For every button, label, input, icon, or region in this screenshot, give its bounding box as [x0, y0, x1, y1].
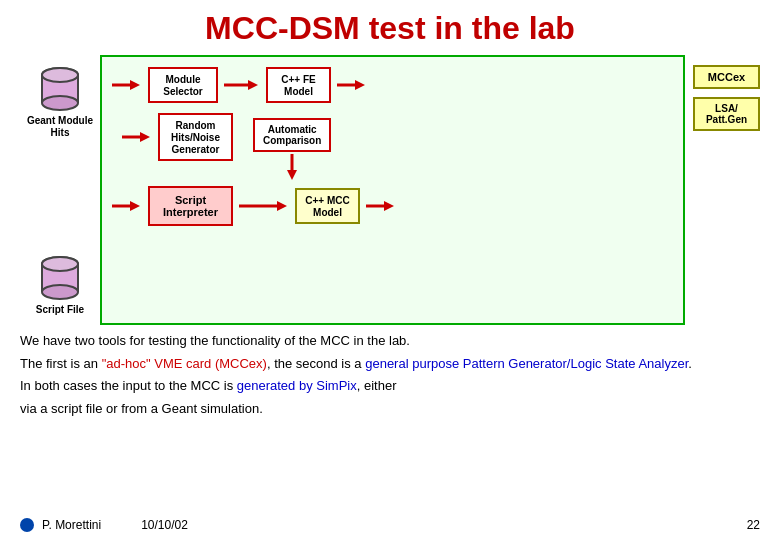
diag-top-row: Module Selector C++ FE Model — [112, 67, 673, 103]
arrow-top-right — [224, 75, 260, 95]
body-line2-mid: , the second is a — [267, 356, 365, 371]
database-icon-top — [38, 65, 82, 113]
svg-marker-17 — [355, 80, 365, 90]
database-icon-bottom — [38, 254, 82, 302]
svg-marker-25 — [277, 201, 287, 211]
lsa-pattgen-box: LSA/ Patt.Gen — [693, 97, 760, 131]
footer-bullet — [20, 518, 34, 532]
arrow-down-to-autocomp — [282, 154, 302, 182]
arrow-in-bottom — [112, 196, 142, 216]
script-icon-group: Script File — [36, 254, 84, 315]
arrow-in-top — [112, 75, 142, 95]
body-line3-start: In both cases the input to the MCC is — [20, 378, 237, 393]
body-highlight3: generated by SimPix — [237, 378, 357, 393]
footer-page: 22 — [747, 518, 760, 532]
script-file-label: Script File — [36, 304, 84, 315]
cpp-mcc-model-box: C++ MCC Model — [295, 188, 360, 224]
svg-point-11 — [42, 257, 78, 271]
svg-point-4 — [42, 96, 78, 110]
left-icons: Geant ModuleHits Script File — [20, 55, 100, 325]
svg-point-10 — [42, 285, 78, 299]
svg-marker-27 — [384, 201, 394, 211]
mccex-box: MCCex — [693, 65, 760, 89]
body-text: We have two tools for testing the functi… — [0, 325, 780, 422]
arrow-script-right — [239, 196, 289, 216]
script-interpreter-box: Script Interpreter — [148, 186, 233, 226]
page-title: MCC-DSM test in the lab — [0, 0, 780, 55]
diagram-wrapper: Geant ModuleHits Script File Module Sele… — [20, 55, 760, 325]
body-highlight2: general purpose Pattern Generator/Logic … — [365, 356, 688, 371]
footer-author: P. Morettini — [42, 518, 101, 532]
geant-icon-group: Geant ModuleHits — [27, 65, 93, 139]
body-line3-end: , either — [357, 378, 397, 393]
svg-marker-15 — [248, 80, 258, 90]
right-boxes: MCCex LSA/ Patt.Gen — [685, 55, 760, 325]
module-selector-box: Module Selector — [148, 67, 218, 103]
diag-bottom-row: Script Interpreter C++ MCC Model — [112, 186, 673, 226]
body-line2-start: The first is an — [20, 356, 102, 371]
footer: P. Morettini 10/10/02 22 — [0, 518, 780, 532]
svg-marker-19 — [140, 132, 150, 142]
body-highlight1: "ad-hoc" VME card (MCCex) — [102, 356, 267, 371]
random-hits-box: Random Hits/Noise Generator — [158, 113, 233, 161]
arrow-fe-right — [337, 75, 367, 95]
body-line1: We have two tools for testing the functi… — [20, 333, 410, 348]
footer-date: 10/10/02 — [141, 518, 188, 532]
automatic-comparison-box: Automatic Comparison — [253, 118, 331, 152]
geant-label: Geant ModuleHits — [27, 115, 93, 139]
arrow-mcc-right — [366, 196, 396, 216]
svg-point-5 — [42, 68, 78, 82]
svg-marker-21 — [287, 170, 297, 180]
svg-marker-23 — [130, 201, 140, 211]
cpp-fe-model-box: C++ FE Model — [266, 67, 331, 103]
body-line2-end: . — [688, 356, 692, 371]
svg-marker-13 — [130, 80, 140, 90]
arrow-in-mid — [122, 127, 152, 147]
inner-diagram: Module Selector C++ FE Model — [100, 55, 685, 325]
body-line4: via a script file or from a Geant simula… — [20, 401, 263, 416]
